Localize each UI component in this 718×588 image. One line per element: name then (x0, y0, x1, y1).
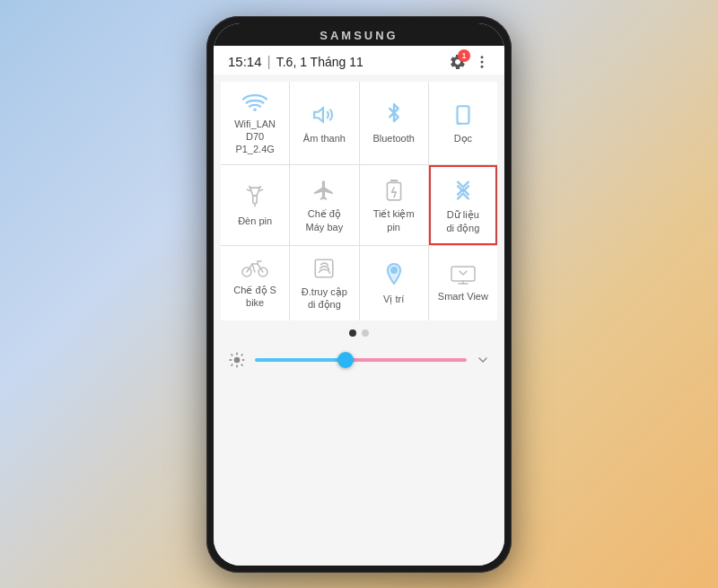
flashlight-icon (245, 186, 265, 209)
tile-sbike[interactable]: Chế độ S bike (221, 246, 289, 320)
status-left: 15:14 | T.6, 1 Tháng 11 (228, 54, 363, 70)
svg-line-11 (247, 189, 250, 190)
brightness-slider-track[interactable] (255, 358, 467, 362)
status-bar: 15:14 | T.6, 1 Tháng 11 1 (214, 46, 504, 75)
tile-mobile-access-label: Đ.truy cậpdi động (302, 285, 347, 312)
tile-battery-label: Tiết kiệmpin (373, 207, 415, 233)
share-icon (312, 257, 336, 280)
tile-bluetooth-label: Bluetooth (372, 132, 414, 145)
svg-rect-7 (253, 195, 257, 203)
svg-point-2 (481, 65, 484, 67)
tile-sbike-label: Chế độ S bike (224, 284, 285, 310)
tile-airplane[interactable]: Chế độMáy bay (290, 165, 358, 245)
status-time: 15:14 (228, 54, 262, 69)
status-date: T.6, 1 Tháng 11 (276, 55, 363, 69)
svg-line-9 (250, 186, 251, 189)
dot-1 (349, 329, 356, 337)
brightness-row (214, 346, 504, 378)
svg-line-31 (241, 364, 243, 365)
more-icon[interactable] (474, 54, 490, 70)
svg-line-33 (232, 364, 233, 365)
brightness-icon (228, 351, 246, 369)
svg-rect-20 (316, 259, 334, 277)
tile-flashlight-label: Đèn pin (238, 215, 272, 227)
bike-icon (241, 259, 268, 278)
tile-location[interactable]: Vị trí (360, 246, 428, 320)
wifi-icon (242, 92, 267, 112)
sound-icon (312, 103, 336, 127)
bluetooth-icon (384, 103, 404, 127)
chevron-down-icon[interactable] (476, 353, 490, 367)
airplane-icon (312, 179, 336, 202)
battery-icon (384, 179, 404, 202)
tile-wifi[interactable]: Wifi_LAN D70P1_2.4G (221, 82, 289, 165)
svg-marker-4 (315, 108, 324, 121)
tile-bluetooth[interactable]: Bluetooth (360, 82, 428, 165)
tile-smartview[interactable]: Smart View (429, 246, 497, 320)
tile-sound-label: Âm thanh (303, 132, 346, 145)
phone-screen: SAMSUNG 15:14 | T.6, 1 Tháng 11 1 (214, 23, 504, 566)
tile-wifi-label: Wifi_LAN D70P1_2.4G (224, 118, 285, 156)
tiles-grid: Wifi_LAN D70P1_2.4G Âm thanh (221, 82, 497, 320)
svg-point-25 (234, 356, 241, 363)
tile-flashlight[interactable]: Đèn pin (221, 165, 289, 245)
svg-line-30 (232, 354, 233, 355)
status-divider: | (267, 54, 271, 70)
tile-sound[interactable]: Âm thanh (290, 82, 358, 165)
tile-location-label: Vị trí (383, 293, 404, 305)
location-icon (383, 262, 405, 287)
svg-line-32 (241, 354, 243, 355)
phone-device: SAMSUNG 15:14 | T.6, 1 Tháng 11 1 (206, 16, 512, 573)
svg-point-1 (481, 60, 484, 63)
tile-mobile-data-label: Dữ liệudi động (446, 208, 479, 234)
tile-doc-label: Dọc (454, 132, 472, 145)
svg-line-10 (258, 186, 260, 189)
smartview-icon (451, 265, 476, 285)
svg-point-21 (391, 268, 397, 273)
page-dots (214, 320, 504, 346)
brightness-slider-thumb[interactable] (337, 352, 354, 368)
status-icons: 1 (449, 53, 490, 71)
svg-line-17 (394, 193, 396, 197)
svg-rect-5 (457, 106, 468, 124)
settings-badge: 1 (458, 49, 470, 62)
quick-panel: Wifi_LAN D70P1_2.4G Âm thanh (214, 75, 504, 566)
svg-line-12 (260, 189, 263, 190)
svg-point-3 (253, 108, 257, 111)
samsung-brand: SAMSUNG (214, 23, 504, 46)
data-icon (451, 178, 476, 203)
tile-mobile-data[interactable]: Dữ liệudi động (429, 165, 497, 245)
tile-airplane-label: Chế độMáy bay (306, 207, 344, 233)
svg-point-0 (481, 56, 484, 58)
dot-2 (362, 329, 369, 337)
tile-mobile-access[interactable]: Đ.truy cậpdi động (290, 246, 358, 320)
tile-doc[interactable]: Dọc (429, 82, 497, 165)
rotation-icon (451, 103, 475, 127)
tile-battery[interactable]: Tiết kiệmpin (360, 165, 428, 245)
settings-icon-wrap[interactable]: 1 (449, 53, 467, 71)
tile-smartview-label: Smart View (438, 290, 488, 303)
